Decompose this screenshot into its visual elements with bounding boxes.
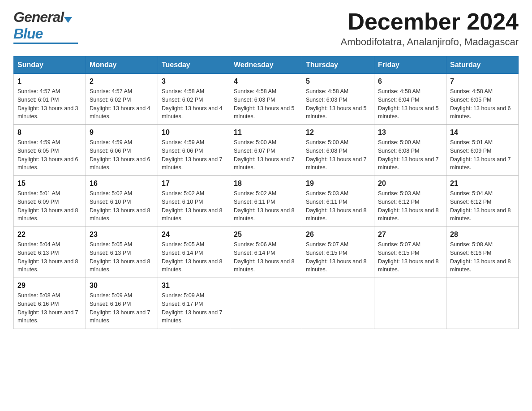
calendar-cell: 16 Sunrise: 5:02 AMSunset: 6:10 PMDaylig… xyxy=(86,176,158,227)
calendar-cell: 20 Sunrise: 5:03 AMSunset: 6:12 PMDaylig… xyxy=(374,176,446,227)
calendar-cell: 26 Sunrise: 5:07 AMSunset: 6:15 PMDaylig… xyxy=(302,227,374,278)
day-info: Sunrise: 5:09 AMSunset: 6:16 PMDaylight:… xyxy=(90,291,154,325)
calendar-week-4: 22 Sunrise: 5:04 AMSunset: 6:13 PMDaylig… xyxy=(14,227,519,278)
day-info: Sunrise: 4:58 AMSunset: 6:03 PMDaylight:… xyxy=(306,87,370,121)
location-subtitle: Ambodifotatra, Analanjirofo, Madagascar xyxy=(341,36,519,48)
calendar-cell: 2 Sunrise: 4:57 AMSunset: 6:02 PMDayligh… xyxy=(86,74,158,125)
calendar-cell: 8 Sunrise: 4:59 AMSunset: 6:05 PMDayligh… xyxy=(14,125,86,176)
day-info: Sunrise: 5:02 AMSunset: 6:11 PMDaylight:… xyxy=(234,189,298,223)
calendar-cell: 4 Sunrise: 4:58 AMSunset: 6:03 PMDayligh… xyxy=(230,74,302,125)
calendar-cell: 10 Sunrise: 4:59 AMSunset: 6:06 PMDaylig… xyxy=(158,125,230,176)
calendar-cell: 19 Sunrise: 5:03 AMSunset: 6:11 PMDaylig… xyxy=(302,176,374,227)
day-header-saturday: Saturday xyxy=(446,56,519,74)
calendar-cell: 12 Sunrise: 5:00 AMSunset: 6:08 PMDaylig… xyxy=(302,125,374,176)
day-info: Sunrise: 5:04 AMSunset: 6:12 PMDaylight:… xyxy=(450,189,515,223)
calendar-week-3: 15 Sunrise: 5:01 AMSunset: 6:09 PMDaylig… xyxy=(14,176,519,227)
day-number: 29 xyxy=(17,282,82,290)
calendar-cell: 30 Sunrise: 5:09 AMSunset: 6:16 PMDaylig… xyxy=(86,278,158,329)
calendar-cell: 18 Sunrise: 5:02 AMSunset: 6:11 PMDaylig… xyxy=(230,176,302,227)
day-number: 2 xyxy=(90,77,154,86)
day-number: 5 xyxy=(306,77,370,86)
calendar-cell: 9 Sunrise: 4:59 AMSunset: 6:06 PMDayligh… xyxy=(86,125,158,176)
day-header-sunday: Sunday xyxy=(14,56,86,74)
calendar-cell: 23 Sunrise: 5:05 AMSunset: 6:13 PMDaylig… xyxy=(86,227,158,278)
day-number: 4 xyxy=(234,77,298,86)
day-number: 17 xyxy=(162,180,226,188)
day-number: 15 xyxy=(17,180,82,188)
day-header-wednesday: Wednesday xyxy=(230,56,302,74)
day-number: 26 xyxy=(306,231,370,239)
day-info: Sunrise: 5:05 AMSunset: 6:13 PMDaylight:… xyxy=(90,240,154,274)
day-info: Sunrise: 5:01 AMSunset: 6:09 PMDaylight:… xyxy=(17,189,82,223)
calendar-cell: 17 Sunrise: 5:02 AMSunset: 6:10 PMDaylig… xyxy=(158,176,230,227)
day-number: 20 xyxy=(378,180,442,188)
title-section: December 2024 Ambodifotatra, Analanjirof… xyxy=(341,9,519,48)
day-info: Sunrise: 5:03 AMSunset: 6:11 PMDaylight:… xyxy=(306,189,370,223)
day-number: 13 xyxy=(378,128,442,137)
calendar-cell: 24 Sunrise: 5:05 AMSunset: 6:14 PMDaylig… xyxy=(158,227,230,278)
day-number: 11 xyxy=(234,128,298,137)
calendar-cell: 11 Sunrise: 5:00 AMSunset: 6:07 PMDaylig… xyxy=(230,125,302,176)
day-info: Sunrise: 4:58 AMSunset: 6:04 PMDaylight:… xyxy=(378,87,442,121)
logo-underline xyxy=(13,43,78,44)
day-header-friday: Friday xyxy=(374,56,446,74)
day-number: 30 xyxy=(90,282,154,290)
day-number: 6 xyxy=(378,77,442,86)
day-info: Sunrise: 5:04 AMSunset: 6:13 PMDaylight:… xyxy=(17,240,82,274)
day-info: Sunrise: 4:59 AMSunset: 6:06 PMDaylight:… xyxy=(162,138,226,172)
day-number: 12 xyxy=(306,128,370,137)
day-info: Sunrise: 4:58 AMSunset: 6:05 PMDaylight:… xyxy=(450,87,515,121)
calendar-week-5: 29 Sunrise: 5:08 AMSunset: 6:16 PMDaylig… xyxy=(14,278,519,329)
calendar-cell: 31 Sunrise: 5:09 AMSunset: 6:17 PMDaylig… xyxy=(158,278,230,329)
day-info: Sunrise: 5:00 AMSunset: 6:08 PMDaylight:… xyxy=(306,138,370,172)
day-number: 31 xyxy=(162,282,226,290)
day-number: 28 xyxy=(450,231,515,239)
day-info: Sunrise: 5:09 AMSunset: 6:17 PMDaylight:… xyxy=(162,291,226,325)
day-info: Sunrise: 5:08 AMSunset: 6:16 PMDaylight:… xyxy=(17,291,82,325)
day-info: Sunrise: 5:03 AMSunset: 6:12 PMDaylight:… xyxy=(378,189,442,223)
calendar-week-2: 8 Sunrise: 4:59 AMSunset: 6:05 PMDayligh… xyxy=(14,125,519,176)
day-number: 16 xyxy=(90,180,154,188)
calendar-table: SundayMondayTuesdayWednesdayThursdayFrid… xyxy=(13,56,519,329)
day-number: 19 xyxy=(306,180,370,188)
calendar-cell: 5 Sunrise: 4:58 AMSunset: 6:03 PMDayligh… xyxy=(302,74,374,125)
day-info: Sunrise: 4:58 AMSunset: 6:02 PMDaylight:… xyxy=(162,87,226,121)
logo-blue: Blue xyxy=(13,26,43,42)
day-number: 14 xyxy=(450,128,515,137)
calendar-cell xyxy=(374,278,446,329)
day-number: 21 xyxy=(450,180,515,188)
day-number: 27 xyxy=(378,231,442,239)
calendar-cell: 3 Sunrise: 4:58 AMSunset: 6:02 PMDayligh… xyxy=(158,74,230,125)
calendar-cell: 27 Sunrise: 5:07 AMSunset: 6:15 PMDaylig… xyxy=(374,227,446,278)
day-info: Sunrise: 5:08 AMSunset: 6:16 PMDaylight:… xyxy=(450,240,515,274)
day-info: Sunrise: 5:00 AMSunset: 6:08 PMDaylight:… xyxy=(378,138,442,172)
calendar-cell xyxy=(446,278,519,329)
day-info: Sunrise: 4:59 AMSunset: 6:06 PMDaylight:… xyxy=(90,138,154,172)
calendar-cell: 21 Sunrise: 5:04 AMSunset: 6:12 PMDaylig… xyxy=(446,176,519,227)
day-number: 25 xyxy=(234,231,298,239)
day-number: 10 xyxy=(162,128,226,137)
day-header-monday: Monday xyxy=(86,56,158,74)
calendar-cell: 13 Sunrise: 5:00 AMSunset: 6:08 PMDaylig… xyxy=(374,125,446,176)
calendar-cell: 22 Sunrise: 5:04 AMSunset: 6:13 PMDaylig… xyxy=(14,227,86,278)
day-number: 3 xyxy=(162,77,226,86)
day-number: 7 xyxy=(450,77,515,86)
calendar-cell: 29 Sunrise: 5:08 AMSunset: 6:16 PMDaylig… xyxy=(14,278,86,329)
day-info: Sunrise: 5:05 AMSunset: 6:14 PMDaylight:… xyxy=(162,240,226,274)
calendar-cell xyxy=(230,278,302,329)
calendar-cell: 1 Sunrise: 4:57 AMSunset: 6:01 PMDayligh… xyxy=(14,74,86,125)
calendar-cell: 14 Sunrise: 5:01 AMSunset: 6:09 PMDaylig… xyxy=(446,125,519,176)
calendar-cell: 28 Sunrise: 5:08 AMSunset: 6:16 PMDaylig… xyxy=(446,227,519,278)
logo-triangle-icon xyxy=(64,17,72,23)
day-info: Sunrise: 5:02 AMSunset: 6:10 PMDaylight:… xyxy=(90,189,154,223)
calendar-cell xyxy=(302,278,374,329)
day-number: 24 xyxy=(162,231,226,239)
page-header: General Blue December 2024 Ambodifotatra… xyxy=(13,9,519,48)
day-info: Sunrise: 4:59 AMSunset: 6:05 PMDaylight:… xyxy=(17,138,82,172)
day-number: 1 xyxy=(17,77,82,86)
day-number: 22 xyxy=(17,231,82,239)
calendar-header-row: SundayMondayTuesdayWednesdayThursdayFrid… xyxy=(14,56,519,74)
day-number: 23 xyxy=(90,231,154,239)
day-info: Sunrise: 5:06 AMSunset: 6:14 PMDaylight:… xyxy=(234,240,298,274)
day-info: Sunrise: 4:57 AMSunset: 6:02 PMDaylight:… xyxy=(90,87,154,121)
